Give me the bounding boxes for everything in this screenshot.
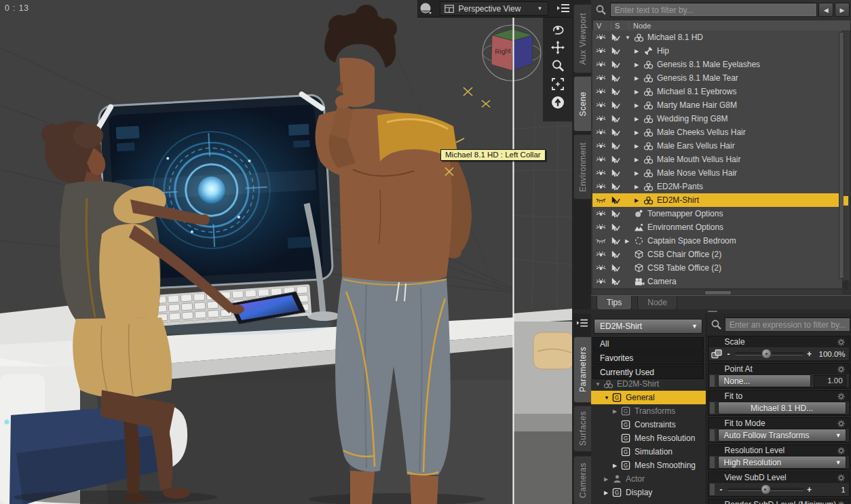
pointer-check-icon[interactable] [610,168,625,178]
column-selectability[interactable]: S [611,22,629,30]
scene-node-row[interactable]: ▼Michael 8.1 HD [592,31,842,44]
eye-open-icon[interactable] [596,100,610,111]
scene-node-row[interactable]: ▶ED2M-Shirt [592,193,842,207]
group-row-general[interactable]: ▼GGeneral [591,391,706,404]
expand-arrow[interactable]: ▶ [635,170,643,176]
group-row-constraints[interactable]: GConstraints [591,418,706,431]
parameter-settings-icon[interactable] [709,348,724,360]
search-icon[interactable] [592,3,610,18]
slider-increment-button[interactable]: + [806,349,814,359]
zoom-button[interactable] [548,56,568,75]
scene-node-row[interactable]: ▶Genesis 8.1 Male Tear [592,71,842,85]
slider-track[interactable] [735,352,803,355]
expand-arrow[interactable]: ▶ [625,238,634,244]
viewport-menu-button[interactable] [555,1,572,16]
expand-arrow[interactable]: ▼ [625,35,634,41]
bench-prop[interactable] [514,309,572,504]
pointer-check-icon[interactable] [610,195,625,206]
column-node[interactable]: Node [629,22,651,30]
pointer-check-icon[interactable] [610,249,625,260]
tab-environment[interactable]: Environment [573,134,591,199]
gear-icon[interactable] [837,419,848,428]
scene-node-row[interactable]: ▶Male Nose Vellus Hair [592,166,842,180]
eye-open-icon[interactable] [596,73,610,83]
expand-arrow[interactable]: ▶ [635,130,643,136]
expand-arrow[interactable]: ▶ [604,490,612,496]
group-row-transforms[interactable]: ▶GTransforms [591,404,706,418]
group-row-actor[interactable]: ▶Actor [591,472,706,486]
eye-open-icon[interactable] [596,140,610,151]
expand-arrow[interactable]: ▶ [635,89,643,95]
group-row-ed2m-shirt[interactable]: ▼ED2M-Shirt [591,377,706,391]
gear-icon[interactable] [837,391,848,401]
scene-node-row[interactable]: Tonemapper Options [592,207,842,220]
pointer-check-icon[interactable] [610,113,625,124]
expand-arrow[interactable]: ▶ [635,62,643,68]
scene-filter-input[interactable] [610,3,817,17]
node-selector-dropdown[interactable]: ED2M-Shirt ▼ [594,319,702,334]
expand-arrow[interactable]: ▶ [613,463,621,469]
gear-icon[interactable] [837,364,848,374]
scene-node-row[interactable]: ▶Captain Space Bedroom [592,234,842,248]
tab-surfaces[interactable]: Surfaces [573,406,591,452]
gear-icon[interactable] [837,473,848,482]
pointer-check-icon[interactable] [610,86,625,97]
eye-open-icon[interactable] [596,181,610,192]
eye-open-icon[interactable] [596,127,610,138]
pointer-check-icon[interactable] [610,140,625,151]
pointer-check-icon[interactable] [610,154,625,165]
scrollbar-thumb[interactable] [839,32,844,279]
reset-view-button[interactable] [548,93,568,111]
expand-arrow[interactable]: ▶ [613,408,621,414]
eye-closed-icon[interactable] [596,235,610,246]
scrollbar-knob[interactable] [843,280,849,289]
parameter-filter-input[interactable] [725,317,850,332]
expand-arrow[interactable]: ▶ [604,476,612,482]
tab-parameters[interactable]: Parameters [573,336,591,403]
eye-open-icon[interactable] [596,263,610,273]
expand-arrow[interactable]: ▶ [635,197,643,203]
eye-closed-icon[interactable] [596,195,610,206]
eye-open-icon[interactable] [596,222,610,233]
michael-8-1-hd-button[interactable]: Michael 8.1 HD... [718,402,846,414]
pointer-check-icon[interactable] [610,208,625,219]
none-button[interactable]: None... [718,374,811,387]
scrollbar-thumb[interactable] [704,290,732,295]
expand-arrow[interactable]: ▼ [604,395,612,401]
scene-node-row[interactable]: ▶Hip [592,44,842,58]
scene-node-row[interactable]: CSB Table Office (2) [592,261,842,275]
slider-decrement-button[interactable]: - [717,485,725,495]
filter-back-button[interactable]: ◀ [818,3,833,17]
scene-node-row[interactable]: ▶Genesis 8.1 Male Eyelashes [592,58,842,71]
gear-icon[interactable] [837,500,848,504]
pointer-check-icon[interactable] [610,59,625,70]
bottom-tab-tips[interactable]: Tips [597,296,632,310]
scene-node-row[interactable]: ▶Male Cheeks Vellus Hair [592,125,842,139]
filter-forward-button[interactable]: ▶ [835,3,850,17]
eye-open-icon[interactable] [596,59,610,70]
view-filter-favorites[interactable]: Favorites [592,351,704,365]
panel-options-button[interactable] [573,315,590,332]
scene-horizontal-scrollbar[interactable] [592,290,842,294]
pointer-check-icon[interactable] [610,73,625,83]
slider-thumb[interactable] [761,484,771,495]
pointer-check-icon[interactable] [610,235,625,246]
drag-handle[interactable] [710,402,715,414]
pan-button[interactable] [548,38,568,56]
expand-arrow[interactable]: ▶ [635,184,643,190]
expand-arrow[interactable]: ▶ [635,143,643,149]
tab-cameras[interactable]: Cameras [573,456,591,504]
tab-aux-viewport[interactable]: Aux Viewport [573,4,591,73]
expand-arrow[interactable]: ▼ [595,381,603,387]
orbit-button[interactable] [548,20,568,38]
drag-handle[interactable] [710,429,715,441]
expand-arrow[interactable]: ▶ [635,116,643,122]
group-row-mesh-smoothing[interactable]: ▶GMesh Smoothing [591,459,706,472]
gear-icon[interactable] [837,337,848,347]
slider-decrement-button[interactable]: - [725,349,733,359]
resolution-level-dropdown[interactable]: High Resolution▼ [718,456,846,469]
slider-track[interactable] [727,488,803,491]
eye-open-icon[interactable] [596,113,610,124]
scene-node-row[interactable]: ▶Marty Mane Hair G8M [592,98,842,112]
pointer-check-icon[interactable] [610,222,625,233]
